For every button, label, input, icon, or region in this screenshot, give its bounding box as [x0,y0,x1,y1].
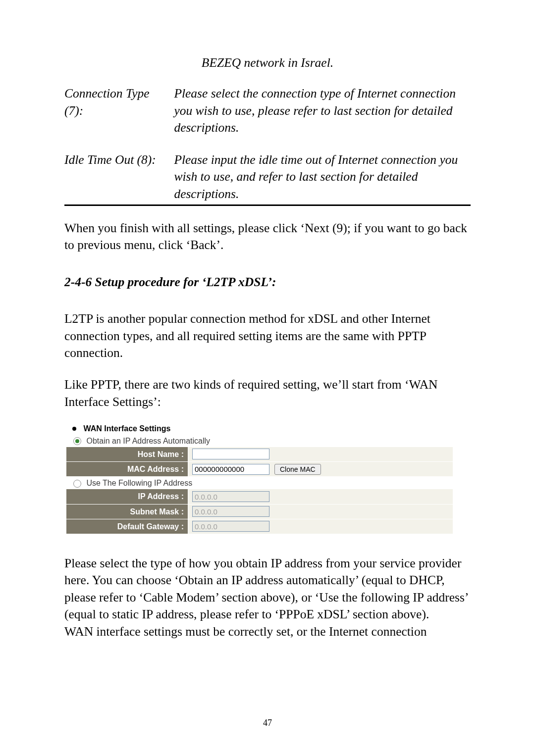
row-subnet-mask: Subnet Mask : [66,504,453,519]
radio-icon[interactable] [73,480,81,488]
row-host-name: Host Name : [66,447,453,462]
row-default-gateway: Default Gateway : [66,519,453,534]
field-label: Default Gateway : [66,519,188,534]
radio-use-following[interactable]: Use The Following IP Address [66,477,453,489]
panel-header: WAN Interface Settings [66,421,453,434]
definition-connection-type: Connection Type (7): Please select the c… [64,85,471,136]
paragraph-after-rule: When you finish with all settings, pleas… [64,220,471,254]
closing-paragraph-1: Please select the type of how you obtain… [64,555,471,623]
radio-obtain-auto[interactable]: Obtain an IP Address Automatically [66,435,453,447]
clone-mac-button[interactable]: Clone MAC [274,464,321,475]
row-mac-address: MAC Address : Clone MAC [66,462,453,477]
definition-body: Please input the idle time out of Intern… [174,151,461,202]
ip-address-input[interactable] [192,491,269,502]
horizontal-rule [64,204,471,206]
field-value [188,504,453,519]
radio-icon[interactable] [73,437,81,445]
paragraph-l2tp-1: L2TP is another popular connection metho… [64,310,471,361]
field-value [188,489,453,504]
field-label: IP Address : [66,489,188,504]
section-heading-l2tp: 2-4-6 Setup procedure for ‘L2TP xDSL’: [64,274,471,291]
radio-label: Obtain an IP Address Automatically [86,437,210,445]
mac-address-input[interactable] [192,464,269,475]
field-value [188,519,453,534]
bullet-icon [72,427,76,431]
wan-interface-settings-panel: WAN Interface Settings Obtain an IP Addr… [66,421,453,534]
paragraph-l2tp-2: Like PPTP, there are two kinds of requir… [64,376,471,410]
default-gateway-input[interactable] [192,521,269,532]
page-content: BEZEQ network in Israel. Connection Type… [0,0,535,640]
radio-label: Use The Following IP Address [86,479,192,487]
subnet-mask-input[interactable] [192,506,269,517]
top-description: BEZEQ network in Israel. [64,54,471,71]
row-ip-address: IP Address : [66,489,453,504]
definition-label: Connection Type (7): [64,85,171,119]
definition-label: Idle Time Out (8): [64,151,171,168]
closing-paragraph-2: WAN interface settings must be correctly… [64,623,471,640]
host-name-input[interactable] [192,449,269,459]
field-label: MAC Address : [66,462,188,476]
definition-idle-timeout: Idle Time Out (8): Please input the idle… [64,151,471,202]
panel-title: WAN Interface Settings [83,425,170,433]
definition-body: Please select the connection type of Int… [174,85,461,136]
field-label: Host Name : [66,447,188,461]
field-value [188,447,453,461]
page-number: 47 [0,718,535,728]
field-value: Clone MAC [188,462,453,476]
field-label: Subnet Mask : [66,504,188,519]
